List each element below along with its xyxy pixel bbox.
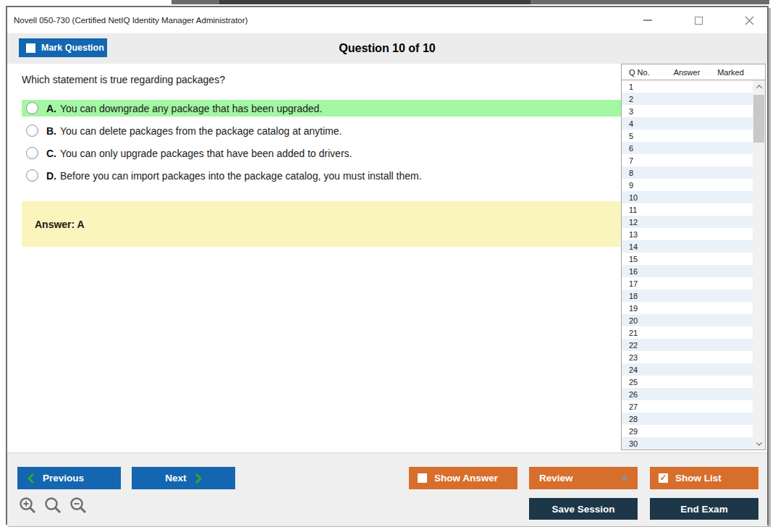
- question-list-cell-q: 27: [622, 402, 665, 411]
- scrollbar-thumb[interactable]: [753, 95, 764, 143]
- footer-bar: Previous Next Show Answer Review Show Li…: [7, 452, 767, 526]
- option-d-radio[interactable]: [26, 169, 38, 182]
- question-list-row[interactable]: 22: [622, 339, 753, 351]
- question-list-row[interactable]: 21: [622, 326, 753, 339]
- option-c-radio[interactable]: [26, 147, 38, 159]
- option-letter: C.: [46, 148, 56, 159]
- question-list-row[interactable]: 13: [622, 228, 753, 240]
- zoom-out-icon[interactable]: [69, 497, 88, 515]
- question-list-row[interactable]: 16: [622, 265, 753, 277]
- question-list-row[interactable]: 28: [622, 413, 753, 425]
- next-button[interactable]: Next: [132, 467, 235, 489]
- triangle-up-icon: [620, 476, 629, 481]
- question-list-row[interactable]: 1: [622, 80, 753, 93]
- question-list-row[interactable]: 8: [622, 166, 753, 179]
- question-list-cell-q: 25: [622, 378, 665, 387]
- option-text: Before you can import packages into the …: [60, 170, 422, 182]
- question-list-body: 1234567891011121314151617181920212223242…: [622, 80, 765, 449]
- question-list-row[interactable]: 12: [622, 216, 753, 228]
- question-list-row[interactable]: 27: [622, 400, 753, 413]
- question-list-row[interactable]: 14: [622, 240, 753, 253]
- end-exam-button[interactable]: End Exam: [650, 498, 758, 520]
- option-b-radio[interactable]: [26, 124, 38, 137]
- question-list-row[interactable]: 2: [622, 93, 753, 105]
- review-label: Review: [539, 473, 573, 484]
- save-session-button[interactable]: Save Session: [529, 498, 638, 520]
- question-list-row[interactable]: 3: [622, 105, 753, 117]
- maximize-button[interactable]: [688, 11, 709, 30]
- question-list-cell-q: 4: [622, 119, 665, 128]
- question-list-row[interactable]: 25: [622, 376, 753, 388]
- end-exam-label: End Exam: [680, 504, 727, 515]
- question-list-row[interactable]: 9: [622, 179, 753, 191]
- show-answer-checkbox[interactable]: [418, 473, 427, 483]
- review-button[interactable]: Review: [529, 467, 638, 489]
- question-list-row[interactable]: 24: [622, 363, 753, 376]
- background-window-edge: [172, 0, 769, 4]
- minimize-button[interactable]: [637, 11, 659, 30]
- question-list-row[interactable]: 10: [622, 191, 753, 203]
- question-list-cell-q: 5: [622, 132, 665, 140]
- show-list-button[interactable]: Show List: [650, 467, 758, 489]
- chevron-down-icon: [756, 439, 761, 445]
- option-d[interactable]: D. Before you can import packages into t…: [22, 167, 622, 184]
- window-title: Novell 050-730 (Certified NetIQ Identity…: [7, 16, 248, 25]
- option-b[interactable]: B. You can delete packages from the pack…: [22, 122, 622, 139]
- close-button[interactable]: [738, 11, 760, 30]
- zoom-controls: [19, 497, 88, 515]
- question-list-cell-q: 10: [622, 193, 665, 202]
- question-list-cell-q: 23: [622, 353, 665, 362]
- question-list-panel: Q No. Answer Marked 12345678910111213141…: [621, 64, 766, 450]
- options-list: A. You can downgrade any package that ha…: [22, 100, 622, 190]
- column-header-answer: Answer: [665, 68, 709, 77]
- question-list-row[interactable]: 30: [622, 437, 753, 449]
- question-list-row[interactable]: 20: [622, 314, 753, 326]
- question-text: Which statement is true regarding packag…: [22, 74, 225, 85]
- question-list-row[interactable]: 5: [622, 130, 753, 142]
- zoom-reset-icon[interactable]: [44, 497, 63, 515]
- question-list-cell-q: 1: [622, 83, 665, 91]
- previous-button[interactable]: Previous: [17, 467, 121, 489]
- question-list-row[interactable]: 26: [622, 388, 753, 400]
- scroll-up-button[interactable]: [753, 80, 765, 93]
- question-list-cell-q: 18: [622, 292, 665, 300]
- scroll-down-button[interactable]: [753, 437, 765, 449]
- question-list-row[interactable]: 11: [622, 203, 753, 216]
- save-session-label: Save Session: [551, 504, 614, 515]
- question-list-cell-q: 24: [622, 366, 665, 374]
- question-list-cell-q: 12: [622, 218, 665, 227]
- chevron-left-icon: [28, 473, 34, 484]
- next-label: Next: [165, 473, 186, 484]
- title-bar: Novell 050-730 (Certified NetIQ Identity…: [7, 7, 767, 33]
- question-counter: Question 10 of 10: [7, 33, 767, 64]
- option-a-radio[interactable]: [26, 102, 38, 114]
- mark-question-button[interactable]: Mark Question: [19, 38, 107, 57]
- question-list-row[interactable]: 19: [622, 302, 753, 314]
- question-list-row[interactable]: 18: [622, 290, 753, 302]
- option-a[interactable]: A. You can downgrade any package that ha…: [22, 100, 622, 117]
- question-list-row[interactable]: 29: [622, 425, 753, 437]
- question-list-scrollbar[interactable]: [753, 80, 765, 449]
- option-letter: B.: [46, 125, 56, 137]
- question-list-cell-q: 22: [622, 341, 665, 350]
- question-list-cell-q: 16: [622, 267, 665, 276]
- question-list-row[interactable]: 4: [622, 117, 753, 130]
- question-list-cell-q: 13: [622, 230, 665, 239]
- show-answer-button[interactable]: Show Answer: [409, 467, 517, 489]
- option-letter: D.: [46, 170, 56, 182]
- show-list-label: Show List: [675, 473, 722, 484]
- question-list-row[interactable]: 23: [622, 351, 753, 363]
- close-icon: [745, 16, 754, 25]
- question-list-row[interactable]: 15: [622, 253, 753, 265]
- question-list-row[interactable]: 6: [622, 142, 753, 154]
- column-header-marked: Marked: [709, 68, 753, 77]
- question-list-cell-q: 3: [622, 107, 665, 116]
- mark-question-checkbox[interactable]: [26, 43, 35, 53]
- column-header-qno: Q No.: [622, 68, 665, 77]
- zoom-in-icon[interactable]: [19, 497, 38, 515]
- header-strip: Question 10 of 10 Mark Question: [7, 33, 767, 64]
- option-c[interactable]: C. You can only upgrade packages that ha…: [22, 145, 622, 161]
- question-list-row[interactable]: 17: [622, 277, 753, 290]
- show-list-checkbox[interactable]: [659, 473, 668, 483]
- question-list-row[interactable]: 7: [622, 154, 753, 166]
